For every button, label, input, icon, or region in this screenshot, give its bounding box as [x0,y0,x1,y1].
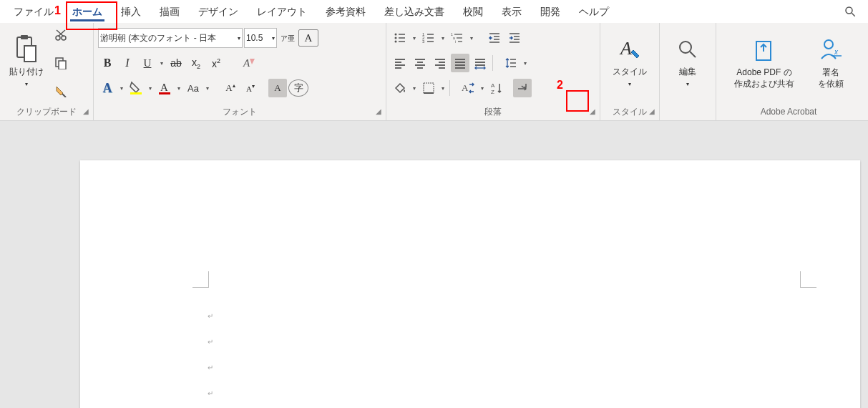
borders-dropdown[interactable]: ▾ [439,85,447,92]
strikethrough-button[interactable]: ab [167,54,185,72]
svg-point-20 [395,41,397,43]
line-spacing-dropdown[interactable]: ▾ [522,60,529,67]
enclose-characters-button[interactable]: 字 [288,79,308,97]
italic-button[interactable]: I [118,54,137,72]
subscript-button[interactable]: x2 [187,54,205,72]
sort-button[interactable]: AZ [487,79,506,97]
text-direction-icon: A [461,82,475,94]
align-left-button[interactable] [391,54,409,72]
clipboard-launcher[interactable]: ◢ [83,105,89,119]
superscript-button[interactable]: x2 [207,54,225,72]
tab-design[interactable]: デザイン [189,0,248,23]
font-size-select[interactable]: 10.5▾ [244,28,277,48]
create-share-pdf-button[interactable]: Adobe PDF の作成および共有 [722,26,806,100]
change-case-button[interactable]: Aa [184,79,203,97]
text-effects-dropdown[interactable]: ▾ [118,85,125,92]
tab-home[interactable]: ホーム [63,0,112,23]
svg-rect-3 [21,35,28,39]
underline-dropdown[interactable]: ▾ [158,60,165,67]
brush-icon [54,84,67,97]
tab-mailings[interactable]: 差し込み文書 [375,0,454,23]
tab-layout[interactable]: レイアウト [248,0,316,23]
svg-line-1 [852,13,855,16]
svg-text:A: A [462,82,469,93]
svg-point-0 [846,7,852,14]
styles-launcher[interactable]: ◢ [649,105,655,119]
bullets-button[interactable] [391,29,409,47]
align-center-button[interactable] [411,54,429,72]
font-name-select[interactable]: 游明朝 (本文のフォント - 日本▾ [98,28,243,48]
bullets-icon [394,31,406,44]
bullets-dropdown[interactable]: ▾ [411,35,418,42]
text-direction-button[interactable]: A [459,79,477,97]
font-launcher[interactable]: ◢ [376,105,381,119]
tab-view[interactable]: 表示 [492,0,531,23]
document-page[interactable]: ↵ ↵ ↵ ↵ [80,160,860,408]
tab-file[interactable]: ファイル [4,0,63,23]
shading-dropdown[interactable]: ▾ [411,85,418,92]
highlight-dropdown[interactable]: ▾ [147,85,154,92]
tab-draw[interactable]: 描画 [150,0,189,23]
svg-line-72 [690,52,696,57]
grow-font-button[interactable]: A▴ [221,79,240,97]
align-center-icon [414,57,426,69]
document-area[interactable]: ↵ ↵ ↵ ↵ [0,143,868,408]
multilevel-dropdown[interactable]: ▾ [468,35,475,42]
format-painter-button[interactable] [52,82,70,100]
styles-button[interactable]: A スタイル▾ [608,26,652,100]
line-spacing-button[interactable] [502,54,520,72]
margin-corner-top-left [192,271,209,288]
group-paragraph-label: 段落 [484,107,502,117]
svg-rect-13 [130,92,142,94]
character-border-button[interactable]: A [298,29,318,47]
group-acrobat-label: Adobe Acrobat [761,107,817,117]
shrink-font-button[interactable]: A▾ [241,79,260,97]
svg-line-11 [62,94,66,97]
paste-button[interactable]: 貼り付け▾ [4,26,49,100]
copy-button[interactable] [52,54,70,72]
tab-insert[interactable]: 挿入 [112,0,150,23]
paragraph-launcher[interactable]: ◢ [590,105,595,119]
bold-button[interactable]: B [98,54,117,72]
change-case-dropdown[interactable]: ▾ [204,85,211,92]
text-effects-button[interactable]: A [98,79,117,97]
numbering-dropdown[interactable]: ▾ [439,35,447,42]
underline-button[interactable]: U [138,54,157,72]
tab-review[interactable]: 校閲 [454,0,492,23]
request-signature-button[interactable]: x 署名を依頼 [806,26,855,100]
increase-indent-button[interactable] [505,29,524,47]
clear-formatting-button[interactable]: A [240,54,258,72]
font-color-dropdown[interactable]: ▾ [175,85,182,92]
shading-button[interactable] [391,79,409,97]
align-right-button[interactable] [431,54,449,72]
svg-text:Z: Z [491,89,494,94]
paste-label: 貼り付け [9,67,44,77]
search-button[interactable] [837,5,864,18]
highlight-button[interactable] [127,79,145,97]
justify-button[interactable] [451,54,469,72]
character-shading-button[interactable]: A [268,79,287,97]
pdf-label-2: 作成および共有 [734,79,794,89]
svg-point-16 [395,34,397,36]
justify-icon [454,57,467,69]
borders-button[interactable] [419,79,438,97]
text-direction-dropdown[interactable]: ▾ [479,85,486,92]
phonetic-guide-button[interactable]: ア亜 [278,29,297,47]
borders-icon [422,82,435,94]
eraser-a-icon: A [242,56,256,70]
tab-developer[interactable]: 開発 [531,0,570,23]
svg-rect-4 [24,46,36,62]
distribute-button[interactable] [471,54,489,72]
group-acrobat: Adobe PDF の作成および共有 x 署名を依頼 Adobe Acrobat [716,23,861,120]
indent-icon [508,31,521,44]
font-color-button[interactable]: A [155,79,174,97]
tab-help[interactable]: ヘルプ [570,0,618,23]
multilevel-icon: 1ai [451,31,464,44]
decrease-indent-button[interactable] [485,29,504,47]
multilevel-list-button[interactable]: 1ai [448,29,467,47]
tab-references[interactable]: 参考資料 [316,0,375,23]
editing-button[interactable]: 編集▾ [665,26,710,100]
numbering-button[interactable]: 123 [419,29,438,47]
show-paragraph-marks-button[interactable] [513,79,532,97]
cut-button[interactable] [52,26,70,44]
